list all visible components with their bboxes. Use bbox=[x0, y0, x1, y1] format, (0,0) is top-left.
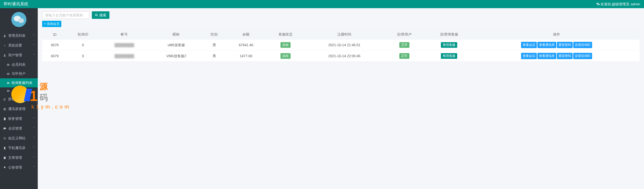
svg-point-0 bbox=[4, 35, 5, 36]
sidebar: 管理员列表˅系统设置˅用户管理˄会员列表马甲用户轮询客服列表群组˅通讯录管理˅财… bbox=[0, 8, 38, 189]
member-table: ID轮询ID帐号昵称性别余额客服状态注册时间启/禁用户启/禁用客服操作 6078… bbox=[42, 30, 640, 62]
cell-cstoggle: 禁用客服 bbox=[425, 51, 473, 62]
list-prefix-icon bbox=[7, 82, 10, 84]
col-header-9: 启/禁用客服 bbox=[425, 30, 473, 40]
chevron-down-icon: ˅ bbox=[33, 156, 35, 159]
bell-icon bbox=[3, 166, 6, 169]
row-action-2[interactable]: 重置密码 bbox=[557, 42, 573, 48]
sidebar-item-9[interactable]: 文章管理˅ bbox=[0, 153, 38, 163]
svg-line-11 bbox=[97, 15, 97, 16]
cog-icon bbox=[3, 44, 6, 47]
mobile-icon bbox=[3, 147, 6, 150]
svg-point-4 bbox=[5, 98, 6, 99]
cell-id: 6079 bbox=[42, 51, 67, 62]
svg-rect-6 bbox=[3, 109, 6, 109]
sidebar-subitem-2-1[interactable]: 马甲用户 bbox=[0, 69, 38, 78]
col-header-1: 轮询ID bbox=[67, 30, 98, 40]
svg-rect-7 bbox=[3, 110, 6, 110]
row-action-2[interactable]: 重置密码 bbox=[557, 53, 573, 59]
cs-toggle-badge[interactable]: 禁用客服 bbox=[441, 53, 457, 59]
svg-rect-5 bbox=[3, 108, 6, 108]
sidebar-subitem-2-0[interactable]: 会员列表 bbox=[0, 60, 38, 69]
chevron-down-icon: ˅ bbox=[33, 166, 35, 169]
cell-nickname: V8科技客服2 bbox=[150, 51, 202, 62]
row-action-1[interactable]: 查看通讯录 bbox=[537, 53, 556, 59]
search-button[interactable]: 搜索 bbox=[92, 11, 109, 19]
globe-icon bbox=[3, 137, 6, 140]
table-row: 60790████████V8科技客服2男1477.00添加2021-10-14… bbox=[42, 51, 640, 62]
cell-gender: 男 bbox=[203, 51, 226, 62]
cell-pollid: 0 bbox=[67, 40, 98, 51]
col-header-3: 昵称 bbox=[150, 30, 202, 40]
user-toggle-badge[interactable]: 正常 bbox=[399, 42, 409, 48]
file-icon bbox=[3, 117, 6, 120]
cell-actions: 查看会话查看通讯录重置密码设置轮询ID bbox=[473, 40, 640, 51]
row-action-1[interactable]: 查看通讯录 bbox=[537, 42, 556, 48]
cell-account: ████████ bbox=[98, 51, 150, 62]
toolbar: 搜索 bbox=[42, 11, 640, 19]
sidebar-item-5[interactable]: 财务管理˅ bbox=[0, 114, 38, 124]
list-prefix-icon bbox=[7, 64, 10, 66]
table-row: 60780████████v8科技客服男67641.40添加2021-10-14… bbox=[42, 40, 640, 51]
cs-status-badge[interactable]: 添加 bbox=[280, 42, 291, 48]
cell-pollid: 0 bbox=[67, 51, 98, 62]
list-prefix-icon bbox=[7, 73, 10, 75]
svg-point-3 bbox=[4, 98, 5, 99]
top-bar: 即时通讯系统 欢迎你,超级管理员:admin bbox=[0, 0, 644, 8]
app-logo-icon bbox=[11, 12, 26, 27]
chevron-down-icon: ˅ bbox=[33, 117, 35, 120]
main-content: 搜索 + 添加会员 ID轮询ID帐号昵称性别余额客服状态注册时间启/禁用户启/禁… bbox=[38, 8, 644, 189]
svg-point-1 bbox=[4, 45, 5, 46]
sidebar-subitem-2-3[interactable] bbox=[0, 87, 38, 94]
search-input[interactable] bbox=[42, 11, 89, 19]
cell-actions: 查看会话查看通讯录重置密码设置轮询ID bbox=[473, 51, 640, 62]
cell-id: 6078 bbox=[42, 40, 67, 51]
svg-rect-9 bbox=[4, 147, 5, 149]
sidebar-subitem-2-2[interactable]: 轮询客服列表 bbox=[0, 78, 38, 87]
chevron-down-icon: ˅ bbox=[33, 136, 35, 140]
cell-balance: 67641.40 bbox=[226, 40, 266, 51]
cell-gender: 男 bbox=[203, 40, 226, 51]
col-header-0: ID bbox=[42, 30, 67, 40]
user-icon bbox=[3, 34, 6, 37]
list-prefix-icon bbox=[7, 90, 10, 92]
cell-csstatus: 添加 bbox=[266, 40, 305, 51]
sidebar-item-10[interactable]: 公告管理˅ bbox=[0, 163, 38, 172]
col-header-7: 注册时间 bbox=[305, 30, 384, 40]
logo-wrap bbox=[0, 8, 38, 31]
sidebar-item-1[interactable]: 系统设置˅ bbox=[0, 41, 38, 50]
row-action-3[interactable]: 设置轮询ID bbox=[573, 53, 592, 59]
col-header-4: 性别 bbox=[203, 30, 226, 40]
search-icon bbox=[95, 14, 98, 17]
sidebar-item-0[interactable]: 管理员列表˅ bbox=[0, 31, 38, 41]
svg-point-10 bbox=[95, 14, 97, 16]
cell-account: ████████ bbox=[98, 40, 150, 51]
cell-regtime: 2021-10-14 21:45:51 bbox=[305, 40, 384, 51]
sidebar-item-3[interactable]: 群组˅ bbox=[0, 94, 38, 104]
cs-toggle-badge[interactable]: 禁用客服 bbox=[441, 42, 457, 48]
list-icon bbox=[3, 108, 6, 111]
add-member-button[interactable]: + 添加会员 bbox=[42, 21, 61, 27]
sidebar-item-7[interactable]: 自定义网站˅ bbox=[0, 133, 38, 143]
user-toggle-badge[interactable]: 正常 bbox=[399, 53, 409, 59]
sidebar-item-8[interactable]: 手机通讯录˅ bbox=[0, 143, 38, 153]
chevron-down-icon: ˅ bbox=[33, 127, 35, 130]
comment-icon bbox=[3, 127, 6, 130]
sidebar-item-4[interactable]: 通讯录管理˅ bbox=[0, 104, 38, 114]
chevron-down-icon: ˅ bbox=[33, 44, 35, 47]
row-action-3[interactable]: 设置轮询ID bbox=[573, 42, 592, 48]
gear-icon bbox=[596, 2, 600, 6]
cell-regtime: 2021-10-14 22:05:45 bbox=[305, 51, 384, 62]
cell-nickname: v8科技客服 bbox=[150, 40, 202, 51]
sidebar-item-6[interactable]: 会话管理˅ bbox=[0, 124, 38, 133]
col-header-5: 余额 bbox=[226, 30, 266, 40]
cs-status-badge[interactable]: 添加 bbox=[280, 53, 291, 59]
col-header-10: 操作 bbox=[473, 30, 640, 40]
welcome-text: 欢迎你,超级管理员:admin bbox=[596, 2, 640, 7]
chevron-up-icon: ˄ bbox=[33, 53, 35, 57]
sidebar-item-2[interactable]: 用户管理˄ bbox=[0, 50, 38, 60]
row-action-0[interactable]: 查看会话 bbox=[521, 53, 537, 59]
cell-csstatus: 添加 bbox=[266, 51, 305, 62]
cell-balance: 1477.00 bbox=[226, 51, 266, 62]
row-action-0[interactable]: 查看会话 bbox=[521, 42, 537, 48]
